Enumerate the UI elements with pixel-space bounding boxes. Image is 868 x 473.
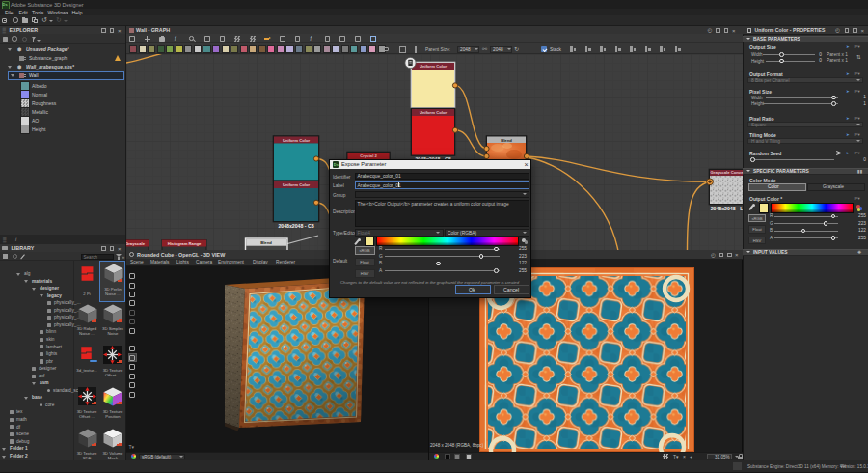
svg-text:Histogram Range: Histogram Range [168, 241, 202, 246]
svg-text:2048x2048 - C8: 2048x2048 - C8 [278, 223, 313, 229]
svg-text:Uniform Color: Uniform Color [283, 138, 311, 143]
svg-text:Uniform Color: Uniform Color [420, 110, 448, 115]
svg-text:Grayscale: Grayscale [126, 241, 146, 246]
svg-text:Grayscale Conve: Grayscale Conve [711, 170, 744, 175]
svg-text:Blend: Blend [260, 240, 272, 245]
svg-text:2048x2048 - L: 2048x2048 - L [711, 206, 743, 211]
svg-text:Uniform Color: Uniform Color [283, 182, 311, 187]
svg-text:Crystal 2: Crystal 2 [360, 153, 377, 158]
svg-text:Uniform Color: Uniform Color [420, 64, 448, 69]
svg-text:Blend: Blend [501, 138, 512, 143]
